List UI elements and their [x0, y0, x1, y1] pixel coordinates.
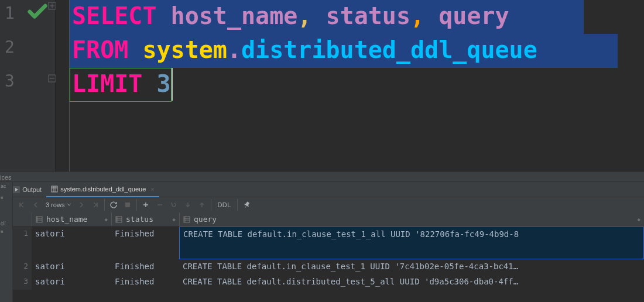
tab-result[interactable]: system.distributed_ddl_queue ×: [46, 182, 159, 197]
line-number: 1: [5, 4, 15, 23]
result-grid[interactable]: host_name ◆ status ◆ query ◆ 1 satori Fi…: [13, 212, 644, 290]
sort-icon[interactable]: ◆: [105, 217, 108, 222]
svg-rect-6: [52, 186, 57, 192]
delete-row-icon[interactable]: [153, 198, 166, 211]
sql-editor[interactable]: 1 2 3 SELECT host_name, status, query FR…: [0, 0, 644, 171]
row-count[interactable]: 3 rows: [43, 201, 74, 208]
svg-rect-20: [184, 217, 186, 222]
code-line: FROM system.distributed_ddl_queue: [72, 36, 537, 63]
table-icon: [51, 186, 58, 193]
grid-header: host_name ◆ status ◆ query ◆: [13, 212, 644, 227]
row-number: 3: [13, 274, 32, 290]
close-tab-icon[interactable]: ×: [148, 186, 154, 193]
submit-icon[interactable]: [196, 198, 208, 211]
cell-host[interactable]: satori: [32, 259, 111, 274]
row-number: 2: [13, 259, 32, 274]
table-row[interactable]: 2 satori Finished CREATE TABLE default.i…: [13, 259, 644, 274]
prev-page-icon[interactable]: [29, 198, 42, 211]
table-row[interactable]: 1 satori Finished CREATE TABLE default.i…: [13, 227, 644, 259]
cell-status[interactable]: Finished: [111, 227, 179, 259]
result-toolbar: 3 rows DDL: [0, 197, 644, 212]
stop-icon: [121, 198, 134, 211]
editor-gutter: 1 2 3: [0, 0, 56, 171]
side-label[interactable]: cli: [0, 219, 12, 228]
column-icon: [115, 216, 122, 223]
commit-icon[interactable]: [181, 198, 194, 211]
refresh-icon[interactable]: [107, 198, 120, 211]
svg-rect-12: [36, 217, 38, 222]
left-tool-stripe[interactable]: ac ■ cli ■: [0, 182, 13, 302]
svg-rect-16: [116, 217, 118, 222]
sort-icon[interactable]: ◆: [173, 217, 176, 222]
line-number: 3: [5, 71, 15, 91]
cell-query[interactable]: CREATE TABLE default.in_clause_test_1_al…: [179, 227, 644, 259]
cell-host[interactable]: satori: [32, 227, 111, 259]
run-icon: [13, 186, 20, 193]
add-row-icon[interactable]: [139, 198, 152, 211]
column-icon: [183, 216, 190, 223]
tab-output[interactable]: Output: [8, 182, 46, 197]
sort-icon[interactable]: ◆: [638, 217, 640, 222]
last-page-icon[interactable]: [89, 198, 102, 211]
row-number: 1: [13, 227, 32, 259]
editor-body[interactable]: SELECT host_name, status, query FROM sys…: [56, 0, 644, 171]
cell-status[interactable]: Finished: [111, 274, 179, 290]
tool-window-stripe[interactable]: ices: [0, 171, 644, 182]
fold-collapse-icon[interactable]: [48, 74, 56, 85]
checkmark-icon: [26, 0, 49, 26]
code-line: LIMIT 3: [72, 70, 171, 97]
table-row[interactable]: 3 satori Finished CREATE TABLE default.d…: [13, 274, 644, 290]
column-header-status[interactable]: status ◆: [111, 212, 179, 226]
fold-expand-icon[interactable]: [48, 1, 56, 12]
column-header-host[interactable]: host_name ◆: [32, 212, 111, 226]
caret: [172, 68, 173, 101]
column-icon: [36, 216, 43, 223]
column-header-query[interactable]: query ◆: [179, 212, 644, 226]
chevron-down-icon: [67, 203, 71, 207]
first-page-icon[interactable]: [15, 198, 28, 211]
cell-query[interactable]: CREATE TABLE default.distributed_test_5_…: [179, 274, 644, 290]
ddl-button[interactable]: DDL: [214, 201, 235, 208]
side-label[interactable]: ac: [0, 182, 12, 190]
cell-query[interactable]: CREATE TABLE default.in_clause_test_1 UU…: [179, 259, 644, 274]
svg-rect-10: [125, 203, 130, 207]
result-tabs: » Output system.distributed_ddl_queue ×: [0, 182, 644, 197]
next-page-icon[interactable]: [75, 198, 88, 211]
cell-host[interactable]: satori: [32, 274, 111, 290]
cell-status[interactable]: Finished: [111, 259, 179, 274]
code-line: SELECT host_name, status, query: [72, 2, 509, 29]
line-number: 2: [5, 37, 15, 57]
revert-icon[interactable]: [167, 198, 180, 211]
pin-icon[interactable]: [240, 198, 253, 211]
